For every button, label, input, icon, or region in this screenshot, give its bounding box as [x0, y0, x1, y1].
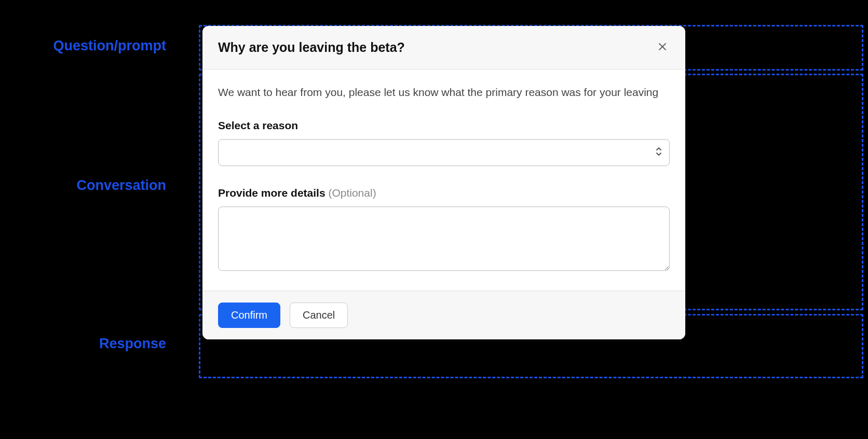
annotation-conversation: Conversation — [36, 177, 166, 194]
modal-footer: Confirm Cancel — [202, 291, 685, 339]
details-label: Provide more details (Optional) — [218, 187, 670, 199]
close-icon — [657, 42, 668, 53]
modal-body: We want to hear from you, please let us … — [202, 70, 685, 291]
annotation-response: Response — [52, 336, 166, 352]
annotation-question-prompt: Question/prompt — [5, 38, 166, 54]
close-button[interactable] — [655, 39, 670, 56]
details-label-text: Provide more details — [218, 187, 328, 199]
select-reason-wrapper — [218, 139, 670, 166]
modal-dialog: Why are you leaving the beta? We want to… — [202, 26, 685, 339]
confirm-button[interactable]: Confirm — [218, 303, 280, 328]
modal-title: Why are you leaving the beta? — [218, 40, 405, 55]
modal-inner: Why are you leaving the beta? We want to… — [202, 26, 685, 339]
select-reason-label: Select a reason — [218, 119, 670, 132]
select-reason-input[interactable] — [218, 139, 670, 166]
details-optional-tag: (Optional) — [328, 187, 376, 199]
cancel-button[interactable]: Cancel — [290, 303, 348, 328]
modal-description: We want to hear from you, please let us … — [218, 84, 670, 101]
modal-header: Why are you leaving the beta? — [202, 26, 685, 70]
details-textarea[interactable] — [218, 207, 670, 271]
